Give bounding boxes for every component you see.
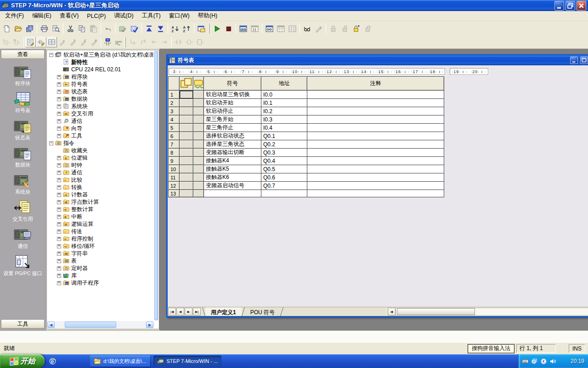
ime-indicator[interactable]: 搜狗拼音输入法 (468, 344, 514, 353)
address-flag-cell[interactable] (193, 190, 204, 197)
symbol-flag-cell[interactable] (180, 115, 193, 124)
tree-expand-toggle[interactable]: + (57, 252, 61, 256)
navbar-item-3[interactable]: 状态表 (0, 119, 45, 140)
address-flag-cell[interactable] (193, 132, 204, 140)
tree-item[interactable]: CPU 224 REL 02.01 (48, 66, 153, 73)
navbar-view-button[interactable]: 查看 (1, 50, 45, 59)
table-row[interactable]: 4星三角开始I0.3 (169, 115, 444, 124)
navbar-tools-button[interactable]: 工具 (1, 319, 45, 328)
tree-expand-toggle[interactable]: + (57, 97, 61, 101)
tree-expand-toggle[interactable]: + (57, 90, 61, 94)
address-flag-cell[interactable] (193, 165, 204, 173)
symbol-flag-cell[interactable] (180, 157, 193, 165)
tree-item[interactable]: −软启动+星三角启动 (d:\我的文档\桌面 (48, 51, 153, 58)
row-number-cell[interactable]: 10 (169, 165, 180, 173)
navbar-item-8[interactable]: 设置 PG/PC 接口 (0, 254, 45, 276)
symbol-flag-cell[interactable] (180, 124, 193, 132)
stop-button[interactable] (223, 23, 234, 34)
pou-comment-button[interactable] (25, 37, 36, 47)
row-number-cell[interactable]: 6 (169, 132, 180, 140)
tree-expand-toggle[interactable]: + (57, 207, 61, 212)
tree-item[interactable]: +工具 (48, 132, 153, 139)
symbol-cell[interactable]: 接触器K5 (204, 165, 261, 173)
table-hscroll-left-button[interactable]: ◀ (388, 308, 396, 316)
row-number-cell[interactable]: 12 (169, 182, 180, 190)
tab-first-button[interactable]: |◀ (168, 308, 176, 316)
menu-item[interactable]: 帮助(H) (194, 11, 221, 21)
address-flag-cell[interactable] (193, 107, 204, 115)
tree-item[interactable]: +±R浮点数计算 (48, 198, 153, 206)
table-row[interactable]: 5星三角停止I0.4 (169, 124, 444, 132)
tree-expand-toggle[interactable]: + (57, 185, 61, 190)
tree-expand-toggle[interactable]: + (57, 281, 61, 285)
table-hscroll-track[interactable] (396, 308, 588, 316)
menu-item[interactable]: 工具(T) (138, 11, 165, 21)
tree-expand-toggle[interactable]: − (49, 53, 53, 57)
symbol-cell[interactable]: 变频器启动信号 (204, 182, 261, 190)
address-flag-cell[interactable] (193, 91, 204, 99)
tree-expand-toggle[interactable]: + (57, 266, 61, 270)
sort-ascending-button[interactable]: AZ (170, 23, 181, 34)
symbol-flag-cell[interactable] (180, 190, 193, 197)
compile-button[interactable] (117, 23, 129, 34)
tree-item[interactable]: +-||-位逻辑 (48, 154, 153, 161)
symbol-flag-cell[interactable] (180, 132, 193, 140)
symbol-table-title-bar[interactable]: 符号表 (168, 56, 588, 65)
navbar-item-7[interactable]: 通信 (0, 227, 45, 249)
menu-item[interactable]: 调试(D) (110, 11, 137, 21)
comment-cell[interactable] (307, 91, 444, 99)
tree-expand-toggle[interactable]: + (57, 215, 61, 219)
close-button[interactable] (577, 1, 586, 11)
taskbar-task-1[interactable]: d:\我的文档\桌面\... (90, 356, 150, 367)
force-all-button[interactable] (351, 23, 362, 34)
open-button[interactable] (12, 23, 24, 34)
tree-item[interactable]: +<<移位/循环 (48, 242, 153, 250)
tree-item[interactable]: +~传送 (48, 228, 153, 235)
address-cell[interactable]: Q0.6 (261, 173, 307, 182)
tree-expand-toggle[interactable]: + (57, 134, 61, 138)
tree-expand-toggle[interactable]: + (57, 230, 61, 234)
tree-item[interactable]: +数据块 (48, 95, 153, 103)
menu-item[interactable]: 编辑(E) (28, 11, 56, 21)
tree-expand-toggle[interactable]: + (57, 193, 61, 197)
comment-cell[interactable] (307, 107, 444, 115)
copy-button[interactable] (76, 23, 88, 34)
tree-expand-toggle[interactable]: − (49, 141, 53, 145)
symbolic-addressing-button[interactable]: sym (113, 37, 124, 47)
tree-horizontal-scrollbar[interactable]: ◀ ▶ (47, 321, 153, 328)
tree-item[interactable]: +通信 (48, 117, 153, 125)
keyboard-ime-icon[interactable] (522, 358, 529, 365)
child-minimize-button[interactable] (570, 57, 578, 64)
table-row[interactable]: 12变频器启动信号Q0.7 (169, 182, 444, 190)
symbol-info-table-button[interactable] (46, 37, 57, 47)
symbol-flag-cell[interactable] (180, 165, 193, 173)
tree-expand-toggle[interactable]: + (57, 75, 61, 79)
symbol-cell[interactable] (204, 190, 261, 197)
table-row[interactable]: 11接触器K6Q0.6 (169, 173, 444, 182)
network-comment-button[interactable] (36, 37, 46, 47)
tree-item[interactable]: +AB字符串 (48, 250, 153, 257)
row-number-cell[interactable]: 8 (169, 149, 180, 157)
row-number-cell[interactable]: 7 (169, 140, 180, 149)
restore-button[interactable] (565, 1, 575, 11)
address-cell[interactable]: Q0.7 (261, 182, 307, 190)
tree-hscroll-left-button[interactable]: ◀ (47, 322, 55, 328)
symbol-cell[interactable]: 接触器K4 (204, 157, 261, 165)
symbol-cell[interactable]: 软启动星三角切换 (204, 91, 261, 99)
tab-last-button[interactable]: ▶| (193, 308, 201, 316)
address-cell[interactable]: Q0.4 (261, 157, 307, 165)
download-button[interactable] (155, 23, 166, 34)
child-maximize-button[interactable] (580, 57, 588, 64)
chart-status-button[interactable] (264, 23, 275, 34)
tree-expand-toggle[interactable]: + (57, 200, 61, 204)
symbol-flag-cell[interactable] (180, 149, 193, 157)
address-flag-cell[interactable] (193, 140, 204, 149)
options-button[interactable] (196, 23, 207, 34)
navbar-item-1[interactable]: 程序块 (0, 64, 45, 86)
address-flag-cell[interactable] (193, 149, 204, 157)
compile-all-button[interactable] (129, 23, 140, 34)
symbol-flag-cell[interactable] (180, 91, 193, 99)
tree-item[interactable]: +定时器 (48, 264, 153, 272)
tree-item[interactable]: −指令 (48, 139, 153, 147)
menu-item[interactable]: 文件(F) (1, 11, 28, 21)
